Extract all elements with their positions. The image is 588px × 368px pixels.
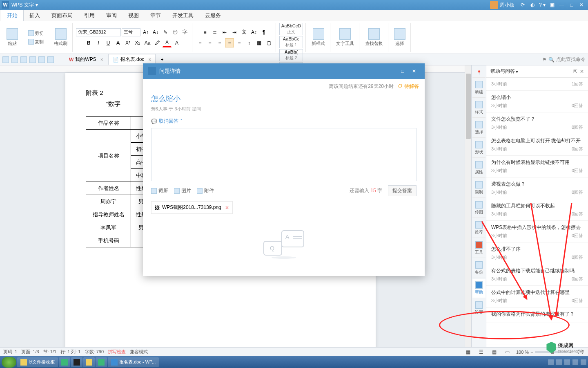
qa-print-icon[interactable] <box>20 56 27 63</box>
cancel-reply-button[interactable]: 💬取消回答˄ <box>151 118 416 125</box>
st-help[interactable]: 帮助 <box>472 279 486 298</box>
qa-item[interactable]: 隐藏的工具栏如何可以不收起3小时前0回答 <box>486 199 588 221</box>
maximize-icon[interactable]: □ <box>567 2 577 8</box>
tab-layout[interactable]: 页面布局 <box>46 10 78 21</box>
status-words[interactable]: 字数: 790 <box>85 349 104 355</box>
qa-item[interactable]: 公式中的计算选项中迭代计算在哪里3小时前0回答 <box>486 286 588 307</box>
style-body[interactable]: AaBbCcD正文 <box>279 23 303 35</box>
st-shape[interactable]: 形状 <box>472 139 486 158</box>
remove-attachment-icon[interactable]: ✕ <box>225 205 229 211</box>
status-page[interactable]: 页码: 1 <box>3 349 17 355</box>
grow-font-button[interactable]: A↑ <box>141 28 150 37</box>
qa-list[interactable]: 怎么缩小3小时前0回答文件怎么预览不了？3小时前0回答怎么表格在电脑上可以打开 … <box>486 91 588 345</box>
st-toolbox[interactable]: 工具 <box>472 239 486 258</box>
scroll-thumb[interactable] <box>466 74 471 139</box>
task-music[interactable] <box>96 357 107 367</box>
user-area[interactable]: 周小烦 <box>490 1 514 9</box>
status-spell[interactable]: 拼写检查 <box>108 349 126 355</box>
tab-cloud[interactable]: 云服务 <box>199 10 227 21</box>
texttool-button[interactable]: 文字工具 <box>334 23 356 52</box>
sync-icon[interactable]: ⟳ <box>518 2 528 8</box>
task-notes[interactable] <box>83 357 95 367</box>
indent-button[interactable]: ⇥ <box>230 28 239 37</box>
font-color-button[interactable]: A <box>163 38 172 47</box>
tray-icon[interactable] <box>548 359 554 365</box>
cell[interactable]: 作品名称 <box>86 117 131 130</box>
qa-item[interactable]: 3小时前1回答 <box>486 78 588 91</box>
command-search[interactable]: ⚑ 🔍 点此查找命令 <box>542 56 586 63</box>
help-dropdown-icon[interactable]: ? ▾ <box>537 2 547 8</box>
status-section[interactable]: 节: 1/1 <box>43 349 56 355</box>
style-h1[interactable]: AaBbCc标题 1 <box>279 36 303 48</box>
qa-item[interactable]: 为什么有时候表格显示此链接不可用3小时前0回答 <box>486 156 588 177</box>
tab-start[interactable]: 开始 <box>1 10 24 21</box>
st-limit[interactable]: 限制 <box>472 179 486 198</box>
qa-item[interactable]: 怎么缩小3小时前0回答 <box>486 91 588 112</box>
qa-save-icon[interactable] <box>11 56 18 63</box>
st-upload[interactable]: 传图 <box>472 199 486 218</box>
close-icon[interactable]: ✕ <box>577 2 586 8</box>
qa-redo-icon[interactable] <box>47 56 54 63</box>
cloud-icon[interactable]: ◐ <box>528 2 537 8</box>
char-shade-button[interactable]: A <box>172 38 181 47</box>
cell[interactable]: 作者姓名 <box>86 182 131 195</box>
st-settings[interactable]: 设置 <box>472 299 486 318</box>
align-center-button[interactable]: ≡ <box>205 38 214 47</box>
align-justify-button[interactable]: ≡ <box>225 38 234 47</box>
align-distribute-button[interactable]: A↕ <box>249 28 258 37</box>
view-read-icon[interactable]: ▭ <box>503 348 512 357</box>
qa-open-icon[interactable] <box>2 56 9 63</box>
st-recommend[interactable]: 推荐 <box>472 219 486 238</box>
qa-item[interactable]: 文件怎么预览不了？3小时前0回答 <box>486 112 588 134</box>
tab-view[interactable]: 视图 <box>122 10 145 21</box>
superscript-button[interactable]: X² <box>123 38 132 47</box>
panel-close-icon[interactable]: ✕ <box>580 69 584 74</box>
system-tray[interactable] <box>548 359 586 365</box>
paste-button[interactable]: 粘贴 <box>4 23 20 52</box>
submit-answer-button[interactable]: 提交答案 <box>388 185 416 196</box>
qa-item[interactable]: 我的你表格为什么背景的虚线没有了？ <box>486 307 588 323</box>
attachment-button[interactable]: 附件 <box>197 187 214 194</box>
char-border-button[interactable]: 字 <box>180 28 189 37</box>
tray-icon[interactable] <box>581 359 586 365</box>
qa-item[interactable]: 有公式的表格下载后能自己继续编制吗3小时前0回答 <box>486 264 588 286</box>
minimize-icon[interactable]: — <box>557 2 567 8</box>
view-outline-icon[interactable]: ☰ <box>477 348 486 357</box>
st-new[interactable]: 新建 <box>472 79 486 98</box>
task-qq[interactable] <box>71 357 82 367</box>
dialog-header[interactable]: 问题详情 □ ✕ <box>143 63 425 79</box>
qa-preview-icon[interactable] <box>29 56 36 63</box>
border-button[interactable]: ▢ <box>264 38 273 47</box>
task-explorer[interactable]: I:\文件接收柜 <box>17 357 58 367</box>
view-print-icon[interactable]: ▦ <box>464 348 473 357</box>
highlight-button[interactable]: 🖍 <box>153 38 162 47</box>
doctab-mywps[interactable]: W我的WPS× <box>65 54 108 65</box>
app-dropdown-icon[interactable]: ▾ <box>36 2 38 8</box>
copy-button[interactable]: 复制 <box>27 38 45 46</box>
cell[interactable]: 周亦宁 <box>86 195 131 208</box>
tray-icon[interactable] <box>572 359 578 365</box>
answer-textarea[interactable] <box>151 128 416 181</box>
style-h2[interactable]: AaBb(标题 2 <box>279 49 303 61</box>
align-dist-button[interactable]: ≡ <box>235 38 244 47</box>
start-button[interactable] <box>2 357 16 368</box>
vscrollbar[interactable] <box>465 65 471 360</box>
shading-button[interactable]: ▦ <box>254 38 263 47</box>
shrink-font-button[interactable]: A↓ <box>151 28 160 37</box>
panel-pin-icon[interactable]: ⇱ <box>573 69 577 74</box>
numbering-button[interactable]: ≣ <box>210 28 219 37</box>
qa-item[interactable]: WPS表格中插入形状中的线条，怎样擦去3小时前0回答 <box>486 221 588 242</box>
tab-reference[interactable]: 引用 <box>78 10 100 21</box>
view-web-icon[interactable]: ▤ <box>490 348 499 357</box>
qa-item[interactable]: 怎么表格在电脑上可以打开 微信却打不开3小时前0回答 <box>486 134 588 156</box>
bold-button[interactable]: B <box>84 38 93 47</box>
restore-icon[interactable]: ▣ <box>547 2 557 8</box>
cell[interactable]: 项目名称 <box>86 130 131 182</box>
screenshot-button[interactable]: 截屏 <box>151 187 168 194</box>
align-left-button[interactable]: ≡ <box>196 38 205 47</box>
show-marks-button[interactable]: ¶ <box>259 28 268 37</box>
cell[interactable]: 指导教师姓名 <box>86 208 131 221</box>
outdent-button[interactable]: ⇤ <box>220 28 229 37</box>
zoom-out-icon[interactable]: − <box>530 350 533 355</box>
findreplace-button[interactable]: 查找替换 <box>363 23 385 52</box>
